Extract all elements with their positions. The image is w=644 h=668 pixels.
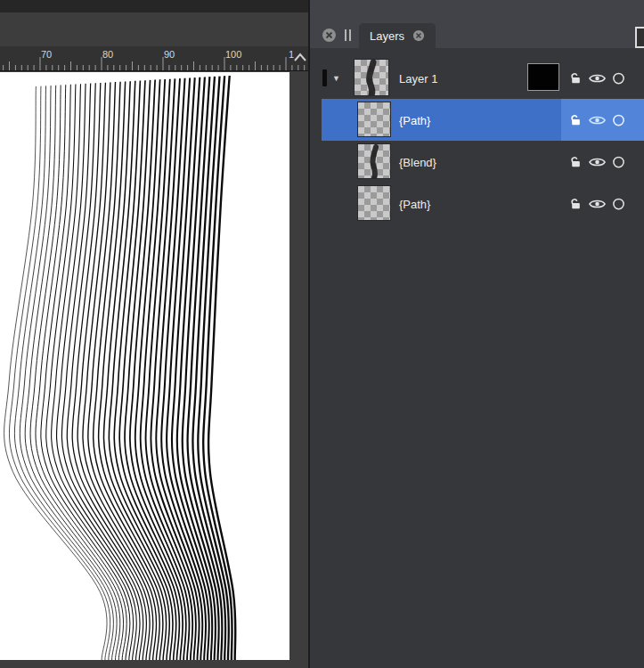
- layer-name: Layer 1: [399, 71, 437, 85]
- layer-row[interactable]: {Path}: [322, 99, 644, 141]
- lock-icon[interactable]: [569, 71, 583, 86]
- eye-icon[interactable]: [589, 114, 606, 126]
- lock-icon[interactable]: [569, 197, 583, 211]
- tab-label: Layers: [370, 29, 404, 43]
- layer-controls: [561, 183, 644, 224]
- lock-icon[interactable]: [569, 113, 583, 127]
- ruler-label: 90: [164, 49, 175, 60]
- ruler-label: 70: [41, 49, 52, 60]
- layer-name: {Blend}: [399, 155, 436, 168]
- lock-icon[interactable]: [569, 155, 583, 169]
- layer-thumbnail[interactable]: [357, 185, 391, 221]
- layer-row[interactable]: {Path}: [322, 183, 644, 224]
- panel-close-icon[interactable]: [322, 28, 337, 43]
- tab-layers[interactable]: Layers: [359, 23, 436, 48]
- horizontal-ruler[interactable]: 70 80 90 100 1: [0, 46, 308, 71]
- layer-controls: [561, 141, 644, 183]
- line-blend-artwork: [0, 72, 289, 660]
- layer-thumbnail[interactable]: [354, 59, 389, 96]
- tab-close-icon[interactable]: [412, 29, 425, 42]
- top-toolbar-strip: [0, 0, 308, 12]
- ruler-label: 80: [102, 49, 113, 60]
- ruler-label: 100: [225, 49, 241, 60]
- expand-triangle-icon[interactable]: ▼: [332, 74, 340, 83]
- layer-thumbnail[interactable]: [357, 102, 391, 137]
- circle-icon[interactable]: [612, 113, 625, 127]
- circle-icon[interactable]: [612, 155, 625, 169]
- partial-button[interactable]: [635, 27, 644, 48]
- panel-header: Layers: [310, 0, 644, 48]
- fill-swatch[interactable]: [527, 63, 559, 91]
- layer-row[interactable]: ▼ Layer 1: [322, 57, 644, 99]
- eye-icon[interactable]: [589, 198, 606, 210]
- layers-panel: Layers ▼ Layer 1: [310, 0, 644, 668]
- scroll-up-icon[interactable]: [292, 49, 308, 67]
- eye-icon[interactable]: [589, 156, 606, 168]
- layer-controls: [561, 99, 644, 141]
- layer-thumbnail[interactable]: [357, 143, 391, 179]
- document-canvas[interactable]: [0, 72, 289, 660]
- circle-icon[interactable]: [612, 197, 625, 211]
- layer-row[interactable]: {Blend}: [322, 141, 644, 183]
- circle-icon[interactable]: [612, 71, 625, 86]
- drag-handle-icon[interactable]: [345, 29, 351, 41]
- layer-name: {Path}: [399, 197, 430, 210]
- layer-controls: [561, 57, 644, 99]
- layers-list: ▼ Layer 1: [310, 57, 644, 224]
- layer-name: {Path}: [399, 113, 430, 126]
- layer-tag-bar: [322, 69, 327, 86]
- app-window: 70 80 90 100 1 Layers: [0, 0, 644, 668]
- canvas-workspace: 70 80 90 100 1: [0, 0, 308, 668]
- eye-icon[interactable]: [589, 72, 606, 85]
